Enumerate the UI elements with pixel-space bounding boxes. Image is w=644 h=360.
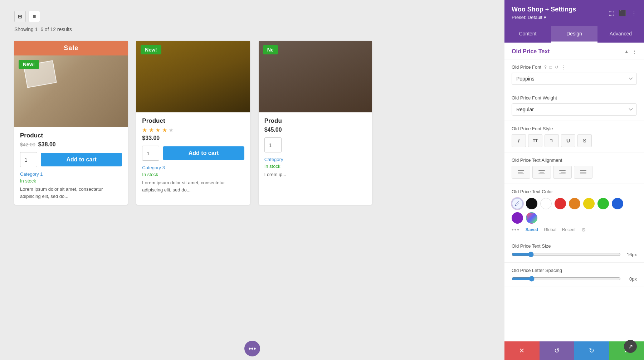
letter-spacing-slider[interactable]: [512, 276, 621, 282]
text-size-label: Old Price Text Size: [512, 243, 637, 249]
redo-button[interactable]: ↻: [574, 341, 609, 360]
letter-spacing-value: 0px: [624, 276, 637, 282]
eyedropper-icon: 🖊: [515, 201, 520, 206]
grid-icon: ⊞: [18, 14, 22, 19]
star-1: ★: [142, 127, 147, 133]
help-icon[interactable]: ?: [544, 65, 547, 70]
category-link[interactable]: Category: [264, 157, 366, 162]
undo-icon: ↺: [554, 347, 560, 355]
more-options-icon[interactable]: ⋮: [631, 10, 637, 16]
section-more-icon[interactable]: ⋮: [632, 49, 637, 54]
color-green[interactable]: [597, 198, 609, 209]
tab-design[interactable]: Design: [551, 26, 597, 43]
new-badge: New!: [141, 45, 161, 54]
star-4: ★: [162, 127, 167, 133]
columns-icon[interactable]: ⬛: [619, 10, 626, 16]
capitalize-button[interactable]: Tt: [545, 134, 559, 147]
text-color-label-text: Old Price Text Color: [512, 189, 553, 194]
list-view-button[interactable]: ≡: [29, 11, 40, 22]
star-2: ★: [149, 127, 154, 133]
product-rating: ★ ★ ★ ★ ★: [142, 127, 244, 133]
recent-colors-tab[interactable]: Recent: [562, 227, 576, 232]
responsive-icon[interactable]: ⬚: [609, 10, 614, 16]
results-text: Showing 1–6 of 12 results: [14, 26, 490, 32]
product-image: New!: [14, 55, 128, 127]
product-image-wrapper: Sale New!: [14, 41, 128, 127]
underline-button[interactable]: U: [561, 134, 575, 147]
reset-font-icon[interactable]: ↺: [555, 65, 558, 70]
tab-content[interactable]: Content: [504, 26, 551, 43]
color-white[interactable]: [540, 198, 552, 209]
tab-design-label: Design: [566, 31, 582, 37]
add-to-cart-button[interactable]: Add to cart: [41, 153, 122, 166]
add-to-cart-row: [264, 137, 366, 152]
color-settings-icon[interactable]: ⚙: [581, 227, 586, 233]
quantity-input[interactable]: [264, 137, 282, 152]
color-purple[interactable]: [512, 212, 523, 224]
pagination-button[interactable]: •••: [244, 341, 260, 356]
align-right-button[interactable]: [553, 166, 572, 179]
add-to-cart-row: Add to cart: [142, 146, 244, 161]
italic-button[interactable]: I: [512, 134, 526, 147]
quantity-input[interactable]: [20, 152, 37, 167]
strikethrough-button[interactable]: S: [577, 134, 592, 147]
font-weight-select[interactable]: Regular: [512, 103, 637, 116]
text-size-slider-container: 16px: [512, 252, 637, 257]
section-header: Old Price Text ▲ ⋮: [504, 43, 644, 59]
new-price: $38.00: [38, 141, 56, 148]
view-controls: ⊞ ≡: [14, 11, 490, 22]
star-3: ★: [155, 127, 160, 133]
letter-spacing-label-text: Old Price Letter Spacing: [512, 268, 562, 273]
panel-header-left: Woo Shop + Settings Preset: Default ▾: [512, 6, 576, 20]
main-content: ⊞ ≡ Showing 1–6 of 12 results Sale New! …: [0, 0, 504, 360]
tab-content-label: Content: [519, 31, 536, 37]
add-to-cart-button[interactable]: Add to cart: [163, 146, 244, 160]
uppercase-button[interactable]: TT: [528, 134, 542, 147]
list-icon: ≡: [33, 14, 36, 19]
redo-icon: ↻: [589, 347, 594, 355]
tab-advanced[interactable]: Advanced: [597, 26, 644, 43]
products-grid: Sale New! Product $42.00 $38.00 Add to c…: [14, 41, 372, 205]
product-card: New! Product ★ ★ ★ ★ ★ $33.00 Add to car…: [136, 41, 250, 205]
text-size-label-text: Old Price Text Size: [512, 243, 551, 249]
quantity-input[interactable]: [142, 146, 159, 161]
cancel-button[interactable]: ✕: [504, 341, 540, 360]
collapse-icon[interactable]: ▲: [624, 49, 629, 54]
font-select[interactable]: Poppins: [512, 73, 637, 85]
old-price: $42.00: [20, 142, 35, 147]
align-justify-button[interactable]: [574, 166, 592, 179]
color-black[interactable]: [526, 198, 537, 209]
color-picker-swatch[interactable]: 🖊: [512, 198, 523, 209]
align-left-button[interactable]: [512, 166, 530, 179]
star-5: ★: [169, 127, 174, 133]
panel-tabs: Content Design Advanced: [504, 26, 644, 43]
color-orange[interactable]: [569, 198, 580, 209]
saved-colors-tab[interactable]: Saved: [526, 227, 538, 232]
text-size-row: Old Price Text Size 16px: [504, 238, 644, 263]
font-weight-row: Old Price Font Weight Regular: [504, 90, 644, 121]
text-color-row: Old Price Text Color 🖊 ••• Saved Globa: [504, 184, 644, 238]
global-colors-tab[interactable]: Global: [544, 227, 556, 232]
category-link[interactable]: Category 1: [20, 171, 122, 177]
color-swatches: 🖊: [512, 198, 637, 224]
product-description: Lorem ipsum dolor sit amet, consectetur …: [142, 179, 244, 193]
font-more-icon[interactable]: ⋮: [561, 65, 566, 70]
text-size-slider[interactable]: [512, 252, 621, 257]
float-helper-button[interactable]: ↗: [624, 340, 637, 353]
color-custom[interactable]: [526, 212, 537, 224]
panel-header-row: Woo Shop + Settings Preset: Default ▾ ⬚ …: [512, 6, 637, 20]
font-style-buttons: I TT Tt U S: [512, 134, 637, 147]
more-colors-button[interactable]: •••: [512, 227, 520, 233]
color-red[interactable]: [555, 198, 566, 209]
font-label: Old Price Font ? □ ↺ ⋮: [512, 64, 637, 70]
undo-button[interactable]: ↺: [540, 341, 575, 360]
device-icon[interactable]: □: [550, 65, 552, 70]
color-yellow[interactable]: [583, 198, 595, 209]
grid-view-button[interactable]: ⊞: [14, 11, 26, 22]
align-center-button[interactable]: [532, 166, 551, 179]
category-link[interactable]: Category 3: [142, 165, 244, 170]
color-blue[interactable]: [612, 198, 623, 209]
panel-preset[interactable]: Preset: Default ▾: [512, 15, 576, 20]
product-info: Produ $45.00 Category In stock Lorem ip.…: [259, 112, 372, 183]
in-stock-label: In stock: [142, 172, 244, 177]
